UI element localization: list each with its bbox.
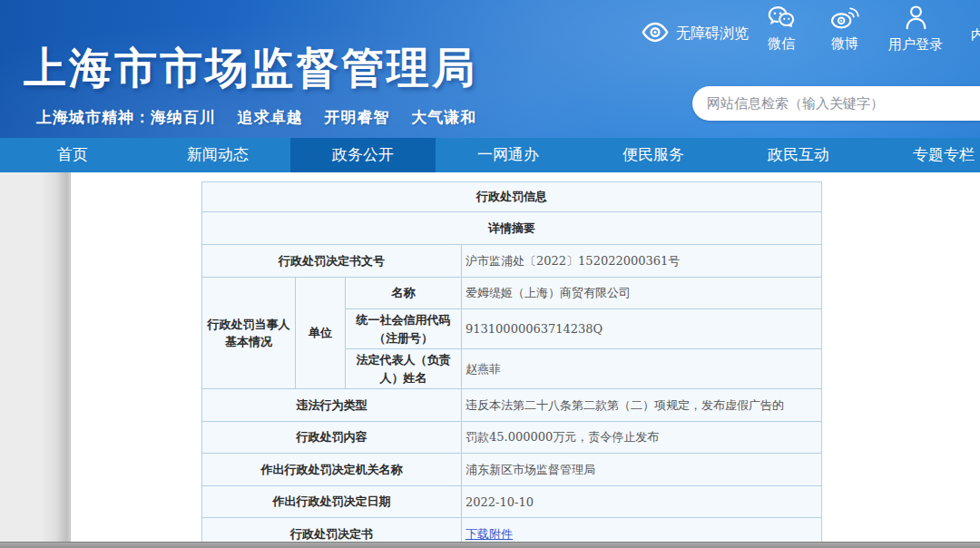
accessibility-button[interactable]: 无障碍浏览 — [641, 22, 749, 46]
page: 无障碍浏览 微信 — [0, 0, 980, 548]
nav-item-news[interactable]: 新闻动态 — [145, 138, 290, 172]
penalty-info-table: 行政处罚信息 详情摘要 行政处罚决定书文号 沪市监浦处〔2022〕1520220… — [201, 181, 822, 548]
site-slogan: 上海城市精神：海纳百川 追求卓越 开明睿智 大气谦和 — [36, 107, 476, 128]
party-type-label: 单位 — [296, 278, 346, 389]
table-row: 作出行政处罚决定日期 2022-10-10 — [202, 486, 822, 518]
nav-item-gov-disclosure[interactable]: 政务公开 — [290, 138, 436, 172]
weibo-button[interactable]: 微博 — [822, 5, 867, 53]
site-search — [692, 86, 980, 121]
doc-no-value: 沪市监浦处〔2022〕152022000361号 — [462, 245, 822, 278]
table-row: 作出行政处罚决定机关名称 浦东新区市场监督管理局 — [202, 454, 822, 486]
site-title: 上海市市场监督管理局 — [24, 40, 477, 97]
nav-item-home[interactable]: 首页 — [0, 138, 145, 172]
name-label: 名称 — [346, 278, 462, 309]
table-row: 行政处罚决定书文号 沪市监浦处〔2022〕152022000361号 — [202, 245, 822, 278]
doc-no-label: 行政处罚决定书文号 — [202, 245, 462, 278]
credit-code-value: 91310000063714238Q — [462, 309, 822, 349]
wechat-button[interactable]: 微信 — [759, 5, 804, 53]
authority-value: 浦东新区市场监督管理局 — [462, 454, 822, 486]
violation-type-label: 违法行为类型 — [202, 389, 462, 422]
nav-item-online-services[interactable]: 一网通办 — [436, 138, 581, 172]
penalty-content-label: 行政处罚内容 — [202, 422, 462, 454]
user-login-label: 用户登录 — [888, 36, 943, 54]
legal-rep-label: 法定代表人（负责人）姓名 — [346, 349, 462, 389]
site-header: 无障碍浏览 微信 — [0, 0, 980, 138]
user-icon — [904, 5, 928, 34]
weibo-icon — [830, 5, 860, 33]
horizontal-scrollbar[interactable] — [0, 542, 980, 548]
weibo-label: 微博 — [831, 35, 858, 53]
table-row: 行政处罚当事人基本情况 单位 名称 爱姆缇姬（上海）商贸有限公司 — [202, 278, 822, 309]
credit-code-label: 统一社会信用代码（注册号） — [346, 309, 462, 349]
wechat-label: 微信 — [768, 35, 795, 53]
download-attachment-link[interactable]: 下载附件 — [466, 527, 513, 541]
party-group-label: 行政处罚当事人基本情况 — [202, 278, 296, 389]
decision-date-value: 2022-10-10 — [462, 486, 822, 518]
left-gutter — [0, 172, 71, 542]
table-title: 行政处罚信息 — [202, 182, 822, 212]
name-value: 爱姆缇姬（上海）商贸有限公司 — [462, 278, 822, 309]
table-subtitle: 详情摘要 — [202, 212, 822, 245]
decision-date-label: 作出行政处罚决定日期 — [202, 486, 462, 518]
user-login-button[interactable]: 用户登录 — [887, 5, 944, 54]
nav-item-special-topics[interactable]: 专题专栏 — [871, 138, 980, 172]
penalty-content-value: 罚款45.000000万元，责令停止发布 — [462, 422, 822, 454]
legal-rep-value: 赵燕菲 — [462, 349, 822, 389]
table-row: 违法行为类型 违反本法第二十八条第二款第（二）项规定，发布虚假广告的 — [202, 389, 822, 422]
nav-item-interaction[interactable]: 政民互动 — [726, 138, 871, 172]
violation-type-value: 违反本法第二十八条第二款第（二）项规定，发布虚假广告的 — [462, 389, 822, 422]
main-nav: 首页 新闻动态 政务公开 一网通办 便民服务 政民互动 专题专栏 — [0, 138, 980, 172]
eye-icon — [641, 22, 670, 46]
accessibility-label: 无障碍浏览 — [676, 24, 749, 44]
table-row: 行政处罚内容 罚款45.000000万元，责令停止发布 — [202, 422, 822, 454]
authority-label: 作出行政处罚决定机关名称 — [202, 454, 462, 486]
search-input[interactable] — [707, 86, 980, 119]
content-area: 行政处罚信息 详情摘要 行政处罚决定书文号 沪市监浦处〔2022〕1520220… — [0, 172, 980, 542]
wechat-icon — [767, 5, 796, 33]
topbar-clipped-item[interactable]: 内 — [971, 26, 980, 44]
topbar-clipped-label: 内 — [971, 26, 980, 42]
nav-item-public-services[interactable]: 便民服务 — [581, 138, 726, 172]
